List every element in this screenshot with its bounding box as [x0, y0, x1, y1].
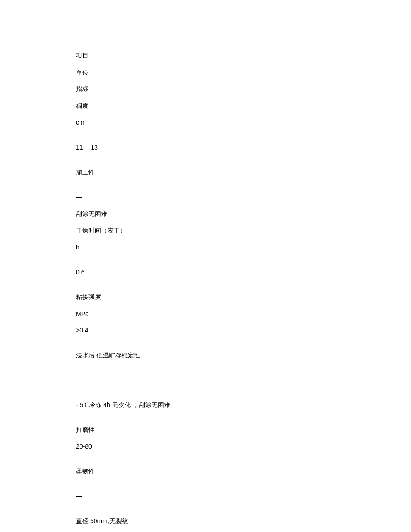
text-line: 指标 — [76, 85, 411, 94]
text-line: 粘接强度 — [76, 293, 411, 302]
text-line: 项目 — [76, 51, 411, 60]
text-line: 浸水后 低温贮存稳定性 — [76, 351, 411, 360]
text-line: >0.4 — [76, 326, 411, 335]
text-line: — — [76, 376, 411, 385]
text-line: 干燥时间（表干） — [76, 226, 411, 235]
text-line: 柔韧性 — [76, 467, 411, 476]
text-line: — — [76, 193, 411, 202]
document-content: 项目单位指标稠度cm11— 13施工性—刮涂无困难干燥时间（表干）h0.6粘接强… — [76, 51, 411, 526]
text-line: 0.6 — [76, 268, 411, 277]
text-line: h — [76, 243, 411, 252]
text-line: 稠度 — [76, 102, 411, 111]
text-line: 施工性 — [76, 168, 411, 177]
text-line: MPa — [76, 310, 411, 319]
text-line: cm — [76, 118, 411, 127]
text-line: 直径 50mm,无裂纹 — [76, 517, 411, 526]
text-line: 单位 — [76, 68, 411, 77]
text-line: - 5℃冷冻 4h 无变化 ，刮涂无困难 — [76, 401, 411, 410]
text-line: 打磨性 — [76, 426, 411, 435]
text-line: 刮涂无困难 — [76, 210, 411, 219]
text-line: — — [76, 492, 411, 501]
text-line: 20-80 — [76, 442, 411, 451]
text-line: 11— 13 — [76, 143, 411, 152]
